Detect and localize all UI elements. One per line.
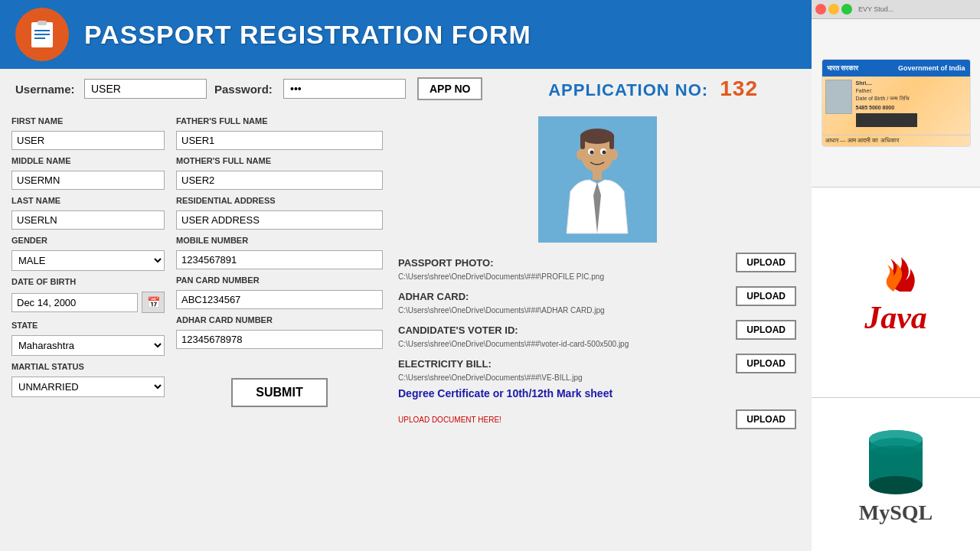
browser-close-btn[interactable]	[815, 4, 826, 15]
svg-point-11	[577, 149, 584, 160]
aadhaar-father: Father:	[856, 87, 967, 95]
mobile-number-input[interactable]	[176, 250, 383, 269]
pan-card-label: PAN CARD NUMBER	[176, 276, 383, 285]
electricity-bill-path: C:\Users\shree\OneDrive\Documents\###\VE…	[398, 373, 583, 382]
adhar-card-upload-label: ADHAR CARD:	[398, 291, 469, 302]
java-flames	[877, 249, 915, 295]
aadhaar-name: Shri....	[856, 80, 967, 87]
passport-photo-upload-row: PASSPORT PHOTO: UPLOAD C:\Users\shree\On…	[394, 253, 800, 281]
aadhaar-govt-text: भारत सरकार	[827, 64, 859, 73]
dob-row: 📅	[11, 292, 165, 313]
residential-address-label: RESIDENTIAL ADDRESS	[176, 196, 383, 205]
svg-point-12	[610, 149, 618, 160]
browser-url: EVY Stud...	[858, 5, 893, 13]
java-flame-icon	[877, 249, 915, 295]
middle-name-label: MIDDLE NAME	[11, 156, 165, 165]
aadhaar-number: 5485 5000 8000	[856, 104, 967, 112]
mothers-name-input[interactable]	[176, 171, 383, 190]
right-column: PASSPORT PHOTO: UPLOAD C:\Users\shree\On…	[394, 116, 800, 543]
passport-photo-path: C:\Users\shree\OneDrive\Documents\###\PR…	[398, 272, 604, 281]
gender-label: GENDER	[11, 236, 165, 245]
mothers-name-label: MOTHER'S FULL NAME	[176, 156, 383, 165]
svg-rect-9	[593, 171, 602, 180]
svg-rect-3	[34, 34, 50, 35]
aadhaar-bottom: आधार — आम आदमी का अधिकार	[822, 135, 970, 146]
gender-select[interactable]: MALE FEMALE OTHER	[11, 250, 165, 271]
svg-rect-2	[34, 30, 50, 31]
app-icon	[15, 8, 69, 61]
middle-name-input[interactable]	[11, 171, 165, 190]
voter-id-upload-btn[interactable]: UPLOAD	[736, 320, 796, 340]
martial-status-label: MARTIAL STATUS	[11, 362, 165, 371]
martial-status-select[interactable]: UNMARRIED MARRIED DIVORCED	[11, 377, 165, 397]
header: PASSPORT REGISTRATION FORM	[0, 0, 812, 69]
electricity-bill-upload-btn[interactable]: UPLOAD	[736, 354, 796, 373]
svg-point-22	[869, 445, 923, 464]
app-no-button[interactable]: APP NO	[417, 77, 482, 100]
mysql-panel: MySQL	[812, 398, 980, 551]
browser-maximize-btn[interactable]	[841, 4, 852, 15]
svg-rect-7	[580, 134, 585, 149]
clipboard-icon	[27, 19, 57, 50]
middle-column: FATHER'S FULL NAME MOTHER'S FULL NAME RE…	[176, 116, 383, 543]
java-label: Java	[864, 299, 927, 336]
pan-card-input[interactable]	[176, 290, 383, 309]
browser-minimize-btn[interactable]	[828, 4, 839, 15]
login-row: Username: Password: APP NO APPLICATION N…	[0, 69, 812, 109]
photo-placeholder	[538, 116, 657, 243]
svg-point-16	[603, 150, 606, 154]
svg-rect-4	[34, 37, 45, 39]
mysql-db-icon	[865, 424, 926, 500]
voter-id-path: C:\Users\shree\OneDrive\Documents\###\vo…	[398, 340, 629, 348]
application-no-display: APPLICATION NO: 132	[548, 77, 758, 101]
degree-upload-label: UPLOAD DOCUMENT HERE!	[398, 416, 501, 424]
aadhaar-info: Shri.... Father: Date of Birth / जन्म ति…	[856, 80, 967, 132]
java-panel: Java	[812, 187, 980, 398]
password-input[interactable]	[283, 79, 406, 99]
state-select[interactable]: Maharashtra Delhi Gujarat	[11, 335, 165, 356]
form-area: FIRST NAME MIDDLE NAME LAST NAME GENDER …	[0, 109, 812, 551]
adhar-card-label: ADHAR CARD NUMBER	[176, 315, 383, 324]
svg-point-15	[590, 150, 594, 154]
svg-rect-1	[38, 21, 47, 25]
person-avatar	[547, 122, 647, 237]
left-column: FIRST NAME MIDDLE NAME LAST NAME GENDER …	[11, 116, 165, 543]
last-name-label: LAST NAME	[11, 196, 165, 205]
last-name-input[interactable]	[11, 210, 165, 230]
first-name-label: FIRST NAME	[11, 116, 165, 126]
adhar-card-input[interactable]	[176, 330, 383, 349]
mysql-label: MySQL	[859, 500, 933, 525]
calendar-button[interactable]: 📅	[142, 292, 165, 313]
page-title: PASSPORT REGISTRATION FORM	[84, 20, 531, 50]
fathers-name-input[interactable]	[176, 131, 383, 150]
dob-input[interactable]	[11, 293, 138, 312]
adhar-card-upload-row: ADHAR CARD: UPLOAD C:\Users\shree\OneDri…	[394, 286, 800, 315]
svg-rect-8	[609, 134, 614, 149]
degree-upload-row: Degree Certificate or 10th/12th Mark she…	[394, 387, 800, 429]
password-label: Password:	[214, 83, 276, 96]
username-label: Username:	[15, 83, 77, 96]
aadhaar-barcode	[856, 113, 917, 127]
degree-upload-btn[interactable]: UPLOAD	[736, 409, 796, 429]
electricity-bill-upload-row: ELECTRICITY BILL: UPLOAD C:\Users\shree\…	[394, 354, 800, 382]
electricity-bill-label: ELECTRICITY BILL:	[398, 358, 492, 370]
degree-label: Degree Certificate or 10th/12th Mark she…	[398, 387, 612, 399]
app-no-label: APPLICATION NO:	[548, 80, 708, 99]
right-sidebar: EVY Stud... भारत सरकार Government of Ind…	[812, 0, 980, 551]
residential-address-input[interactable]	[176, 210, 383, 230]
adhar-card-upload-btn[interactable]: UPLOAD	[736, 286, 796, 306]
fathers-name-label: FATHER'S FULL NAME	[176, 116, 383, 126]
aadhaar-panel: भारत सरकार Government of India Shri.... …	[812, 19, 980, 187]
first-name-input[interactable]	[11, 131, 165, 150]
username-input[interactable]	[84, 79, 207, 99]
passport-photo-upload-btn[interactable]: UPLOAD	[736, 253, 796, 272]
browser-toolbar: EVY Stud...	[812, 0, 980, 19]
voter-id-label: CANDIDATE'S VOTER ID:	[398, 324, 518, 336]
adhar-card-path: C:\Users\shree\OneDrive\Documents\###\AD…	[398, 306, 605, 315]
dob-label: DATE OF BIRTH	[11, 277, 165, 286]
aadhaar-card: भारत सरकार Government of India Shri.... …	[822, 59, 971, 147]
mobile-number-label: MOBILE NUMBER	[176, 236, 383, 245]
aadhaar-body: Shri.... Father: Date of Birth / जन्म ति…	[822, 77, 970, 135]
svg-point-19	[869, 476, 923, 494]
submit-button[interactable]: SUBMIT	[231, 378, 327, 407]
